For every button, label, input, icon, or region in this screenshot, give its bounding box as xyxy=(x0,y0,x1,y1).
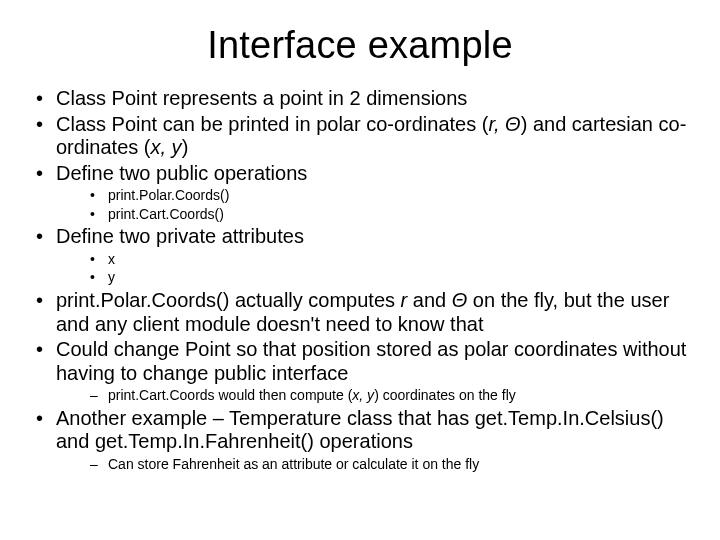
sub-bullet-item: Can store Fahrenheit as an attribute or … xyxy=(108,456,694,474)
slide-title: Interface example xyxy=(26,24,694,67)
italic-text: x, y xyxy=(151,136,182,158)
bullet-item: print.Polar.Coords() actually computes r… xyxy=(56,289,694,336)
bullet-text: ) xyxy=(182,136,189,158)
bullet-item: Class Point can be printed in polar co-o… xyxy=(56,113,694,160)
bullet-item: Define two private attributes x y xyxy=(56,225,694,287)
bullet-text: Could change Point so that position stor… xyxy=(56,338,686,384)
sub-bullet-list: Can store Fahrenheit as an attribute or … xyxy=(56,456,694,474)
bullet-text: print.Polar.Coords() actually computes xyxy=(56,289,401,311)
slide: Interface example Class Point represents… xyxy=(0,0,720,540)
italic-text: Θ xyxy=(452,289,468,311)
bullet-text: and xyxy=(407,289,451,311)
italic-text: x, y xyxy=(352,387,374,403)
sub-bullet-text: print.Polar.Coords() xyxy=(108,187,229,203)
sub-bullet-text: x xyxy=(108,251,115,267)
italic-text: r, Θ xyxy=(488,113,520,135)
sub-bullet-list: print.Polar.Coords() print.Cart.Coords() xyxy=(56,187,694,223)
bullet-item: Class Point represents a point in 2 dime… xyxy=(56,87,694,111)
sub-bullet-list: print.Cart.Coords would then compute (x,… xyxy=(56,387,694,405)
bullet-item: Define two public operations print.Polar… xyxy=(56,162,694,224)
sub-bullet-item: x xyxy=(108,251,694,269)
bullet-text: Another example – Temperature class that… xyxy=(56,407,664,453)
sub-bullet-item: print.Polar.Coords() xyxy=(108,187,694,205)
bullet-list: Class Point represents a point in 2 dime… xyxy=(26,87,694,474)
sub-bullet-item: y xyxy=(108,269,694,287)
bullet-text: Define two private attributes xyxy=(56,225,304,247)
bullet-item: Could change Point so that position stor… xyxy=(56,338,694,405)
sub-bullet-text: Can store Fahrenheit as an attribute or … xyxy=(108,456,479,472)
bullet-text: Class Point represents a point in 2 dime… xyxy=(56,87,467,109)
sub-bullet-text: print.Cart.Coords would then compute ( xyxy=(108,387,352,403)
sub-bullet-text: print.Cart.Coords() xyxy=(108,206,224,222)
sub-bullet-list: x y xyxy=(56,251,694,287)
bullet-text: Define two public operations xyxy=(56,162,307,184)
sub-bullet-item: print.Cart.Coords() xyxy=(108,206,694,224)
sub-bullet-text: ) coordinates on the fly xyxy=(374,387,516,403)
bullet-item: Another example – Temperature class that… xyxy=(56,407,694,474)
sub-bullet-item: print.Cart.Coords would then compute (x,… xyxy=(108,387,694,405)
bullet-text: Class Point can be printed in polar co-o… xyxy=(56,113,488,135)
sub-bullet-text: y xyxy=(108,269,115,285)
